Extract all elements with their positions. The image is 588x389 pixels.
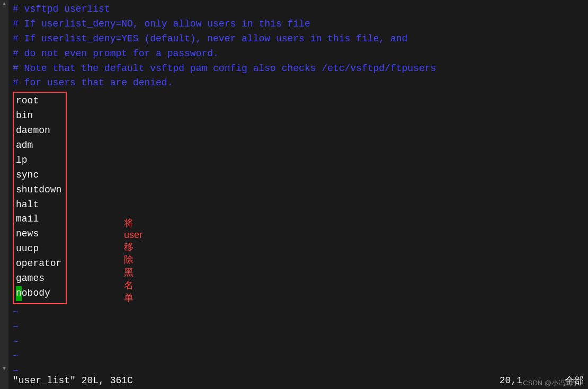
user-lp: lp [16,153,61,168]
editor-container: ▲ ▼ # vsftpd userlist # If userlist_deny… [0,0,588,389]
user-shutdown: shutdown [16,183,61,198]
comment-line-3: # If userlist_deny=YES (default), never … [13,32,584,47]
user-root: root [16,94,61,109]
user-mail: mail [16,212,61,227]
scroll-bar-bottom[interactable] [0,372,8,389]
user-games: games [16,271,61,286]
status-bar: "user_list" 20L, 361C 20,1 全部 [8,372,588,389]
user-uucp: uucp [16,242,61,257]
user-operator: operator [16,257,61,271]
comment-line-1: # vsftpd userlist [13,2,584,17]
comment-line-6: # for users that are denied. [13,76,584,91]
comment-line-2: # If userlist_deny=NO, only allow users … [13,17,584,32]
user-news: news [16,227,61,242]
annotation-text: 将user移除黑名单 [124,217,142,304]
scroll-bar-left[interactable]: ▲ ▼ [0,0,8,389]
tilde-3: ~ [13,335,584,350]
user-adm: adm [16,138,61,153]
scroll-up-arrow[interactable]: ▲ [0,0,8,8]
comment-line-4: # do not even prompt for a password. [13,47,584,61]
user-daemon: daemon [16,123,61,138]
status-file-info: "user_list" 20L, 361C [13,375,500,386]
tilde-2: ~ [13,320,584,335]
user-halt: halt [16,198,61,213]
user-bin: bin [16,109,61,123]
user-nobody: nobody [16,286,61,301]
watermark: CSDN @小冯同学。 [523,378,586,388]
tilde-4: ~ [13,349,584,364]
user-list-box: root bin daemon adm lp sync shutdown hal… [13,92,67,304]
content-area: # vsftpd userlist # If userlist_deny=NO,… [8,0,588,389]
cursor: n [16,286,22,301]
status-position: 20,1 [500,375,522,386]
tilde-1: ~ [13,305,584,320]
comment-line-5: # Note that the default vsftpd pam confi… [13,61,584,76]
tilde-section: ~ ~ ~ ~ ~ [13,305,584,379]
user-sync: sync [16,168,61,183]
